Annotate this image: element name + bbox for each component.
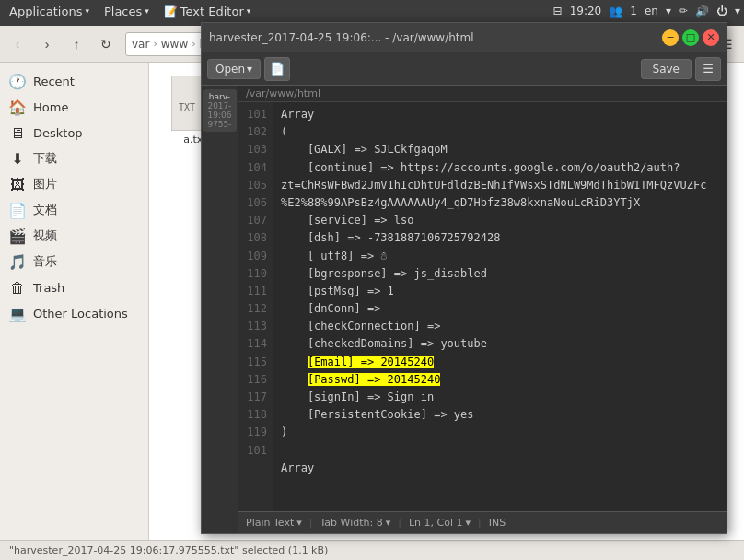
line-num: 108 (244, 229, 267, 247)
time-display: 19:20 (570, 5, 602, 18)
line-num: 110 (244, 265, 267, 283)
line-num: 112 (244, 300, 267, 318)
fm-sidebar: 🕐 Recent 🏠 Home 🖥 Desktop ⬇ 下载 🖼 图片 📄 (0, 63, 149, 560)
addr-var[interactable]: var (132, 38, 149, 51)
line-num: 101 (244, 442, 267, 460)
tab-width-chevron: ▾ (386, 517, 391, 529)
line-num: 115 (244, 354, 267, 371)
applications-label: Applications (9, 5, 82, 18)
sidebar-item-documents[interactable]: 📄 文档 (0, 197, 148, 223)
line-num: 105 (244, 177, 267, 194)
screen-icon: ⊟ (553, 5, 563, 18)
ln-col-label: Ln 1, Col 1 (409, 517, 463, 529)
te-file-list: harv- 2017- 19:06 9755- (202, 86, 238, 533)
volume-icon: 🔊 (695, 5, 709, 18)
plain-text-status[interactable]: Plain Text ▾ (246, 517, 302, 529)
recent-icon: 🕐 (9, 73, 26, 89)
close-button[interactable]: ✕ (703, 29, 719, 46)
tab-file-date-1: 2017- (205, 101, 235, 111)
open-button[interactable]: Open ▾ (207, 59, 261, 79)
sidebar-item-pictures[interactable]: 🖼 图片 (0, 171, 148, 197)
code-content[interactable]: Array ( [GALX] => SJLCkfgaqoM [continue]… (273, 102, 727, 511)
maximize-button[interactable]: □ (682, 29, 699, 46)
counter-badge: 1 (630, 5, 637, 18)
sidebar-item-other[interactable]: 💻 Other Locations (0, 300, 148, 326)
places-menu[interactable]: Places ▾ (99, 3, 155, 20)
sidebar-item-trash[interactable]: 🗑 Trash (0, 274, 148, 300)
sidebar-label-downloads: 下载 (33, 150, 57, 167)
sidebar-item-desktop[interactable]: 🖥 Desktop (0, 120, 148, 146)
home-icon: 🏠 (9, 99, 26, 115)
tab-width-status[interactable]: Tab Width: 8 ▾ (320, 517, 390, 529)
line-num: 118 (244, 406, 267, 424)
line-num: 106 (244, 194, 267, 212)
addr-www[interactable]: www (161, 38, 188, 51)
save-button[interactable]: Save (641, 59, 692, 79)
sidebar-item-videos[interactable]: 🎬 视频 (0, 223, 148, 249)
sidebar-item-home[interactable]: 🏠 Home (0, 94, 148, 120)
tab-width-label: Tab Width: 8 (320, 517, 382, 529)
sidebar-label-videos: 视频 (33, 228, 57, 244)
te-titlebar: harvester_2017-04-25 19:06:... - /var/ww… (202, 23, 727, 52)
line-num: 111 (244, 283, 267, 300)
sidebar-label-documents: 文档 (33, 202, 57, 218)
line-num: 117 (244, 389, 267, 406)
line-num: 109 (244, 248, 267, 265)
menu-button[interactable]: ☰ (695, 57, 721, 81)
other-icon: 💻 (9, 305, 26, 321)
places-chevron: ▾ (145, 6, 149, 16)
email-highlight: [Email] => 20145240 (308, 356, 434, 368)
te-title: harvester_2017-04-25 19:06:... - /var/ww… (209, 31, 474, 44)
top-right-area: ⊟ 19:20 👥 1 en ▾ ✏ 🔊 ⏻ ▾ (553, 5, 740, 18)
text-editor-window: harvester_2017-04-25 19:06:... - /var/ww… (201, 22, 727, 534)
text-editor-icon: 📝 (164, 5, 178, 18)
ins-status[interactable]: INS (489, 517, 506, 529)
text-editor-menu[interactable]: 📝 Text Editor ▾ (158, 3, 256, 20)
up-button[interactable]: ↑ (63, 31, 90, 57)
sidebar-label-music: 音乐 (33, 253, 57, 270)
ins-label: INS (489, 517, 506, 529)
new-file-button[interactable]: 📄 (264, 57, 290, 81)
text-editor-chevron: ▾ (247, 6, 251, 16)
te-content: 101 102 103 104 105 106 107 108 109 110 … (238, 102, 727, 511)
tab-file-1[interactable]: harv- 2017- 19:06 9755- (203, 89, 237, 132)
sidebar-label-home: Home (33, 100, 68, 114)
new-file-icon: 📄 (270, 62, 285, 76)
tab-file-time-1: 19:06 (205, 111, 235, 120)
fm-status-text: "harvester_2017-04-25 19:06:17.975555.tx… (9, 544, 328, 556)
sidebar-item-downloads[interactable]: ⬇ 下载 (0, 146, 148, 171)
forward-button[interactable]: › (33, 31, 61, 57)
line-num: 101 (244, 106, 267, 123)
applications-menu[interactable]: Applications ▾ (4, 3, 95, 20)
save-label: Save (653, 63, 680, 76)
line-num: 119 (244, 424, 267, 441)
sidebar-item-music[interactable]: 🎵 音乐 (0, 249, 148, 274)
sidebar-item-recent[interactable]: 🕐 Recent (0, 68, 148, 94)
sidebar-label-trash: Trash (33, 281, 64, 295)
line-num: 114 (244, 335, 267, 353)
plain-text-label: Plain Text (246, 517, 294, 529)
ln-col-chevron: ▾ (466, 517, 471, 529)
plain-text-chevron: ▾ (296, 517, 302, 529)
line-num: 113 (244, 318, 267, 335)
ln-col-status[interactable]: Ln 1, Col 1 ▾ (409, 517, 471, 529)
minimize-button[interactable]: − (662, 29, 679, 46)
refresh-button[interactable]: ↻ (92, 31, 120, 57)
music-icon: 🎵 (9, 253, 26, 270)
pictures-icon: 🖼 (9, 176, 26, 192)
back-button[interactable]: ‹ (4, 31, 31, 57)
desktop-icon: 🖥 (9, 124, 26, 141)
svg-text:TXT: TXT (179, 102, 195, 112)
line-num: 102 (244, 123, 267, 141)
text-editor-label: Text Editor (180, 5, 244, 18)
top-menubar: Applications ▾ Places ▾ 📝 Text Editor ▾ … (0, 0, 744, 22)
line-num: 104 (244, 159, 267, 177)
power-chevron: ▾ (735, 5, 740, 18)
applications-chevron: ▾ (85, 6, 89, 16)
lang-label: en (645, 5, 658, 18)
sidebar-label-desktop: Desktop (33, 126, 83, 140)
sidebar-label-recent: Recent (33, 75, 75, 88)
sidebar-label-other: Other Locations (33, 307, 128, 321)
line-num: 116 (244, 371, 267, 389)
line-numbers: 101 102 103 104 105 106 107 108 109 110 … (238, 102, 273, 511)
